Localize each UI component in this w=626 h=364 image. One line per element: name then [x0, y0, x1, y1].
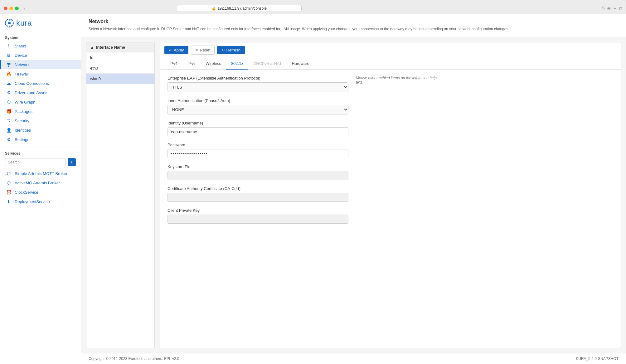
traffic-lights [4, 7, 19, 10]
sidebar-item-clock-service[interactable]: ⏰ ClockService [0, 187, 81, 197]
interface-row-eth0[interactable]: eth0 [86, 63, 154, 74]
share-icon[interactable]: ⎙ [602, 6, 604, 11]
address-bar[interactable]: 🔒 192.168.11.97/admin/console [177, 5, 302, 12]
tab-wireless[interactable]: Wireless [201, 58, 226, 70]
kura-brand-name: kura [16, 19, 32, 27]
security-icon: 🛡 [6, 118, 12, 123]
tabs-row: IPv4 IPv6 Wireless 802.1x DHCPv4 & NAT H… [160, 58, 621, 70]
status-icon: ! [6, 43, 12, 48]
apply-button[interactable]: ✓ Apply [164, 46, 188, 54]
eap-select[interactable]: TTLS PEAP TLS [167, 82, 348, 92]
page-title: Network [89, 19, 619, 24]
interface-name: wlan0 [90, 76, 101, 81]
password-input[interactable] [167, 149, 348, 158]
apply-icon: ✓ [169, 48, 172, 52]
sort-icon: ▲ [90, 45, 94, 50]
svg-line-6 [7, 20, 8, 22]
interface-name: lo [90, 55, 93, 60]
back-icon[interactable]: ‹ [24, 6, 25, 11]
identity-input[interactable] [167, 127, 348, 136]
browser-nav[interactable]: ‹ [24, 6, 25, 11]
form-group-identity: Identity (Username) [167, 121, 348, 136]
sidebar-item-packages[interactable]: 🎁 Packages [0, 107, 81, 116]
config-toolbar: ✓ Apply ✕ Reset ↻ Refresh [160, 42, 621, 58]
tab-hardware[interactable]: Hardware [287, 58, 314, 70]
form-group-keystore-pid: Keystore Pid [167, 164, 348, 180]
reset-button[interactable]: ✕ Reset [191, 46, 215, 55]
reset-label: Reset [200, 48, 211, 52]
identity-label: Identity (Username) [167, 121, 348, 125]
refresh-button[interactable]: ↻ Refresh [217, 46, 245, 54]
address-text: 192.168.11.97/admin/console [217, 6, 266, 11]
sidebar-item-label: Wire Graph [15, 100, 35, 104]
reset-icon: ✕ [195, 48, 198, 52]
sidebar-item-drivers-assets[interactable]: ⚙ Drivers and Assets [0, 88, 81, 97]
services-section-label: Services [0, 149, 81, 157]
sidebar-item-firewall[interactable]: 🔥 Firewall [0, 69, 81, 79]
svg-line-9 [7, 25, 8, 26]
system-section-label: System [0, 34, 81, 41]
firewall-icon: 🔥 [6, 71, 12, 76]
extensions-icon[interactable]: ⊕ [607, 6, 611, 11]
tab-ipv4[interactable]: IPv4 [164, 58, 182, 70]
ca-cert-input[interactable] [167, 193, 348, 202]
packages-icon: 🎁 [6, 109, 12, 114]
add-service-button[interactable]: + [68, 158, 76, 166]
deployment-icon: ⬇ [6, 199, 12, 204]
sidebar-item-status[interactable]: ! Status [0, 41, 81, 51]
ca-cert-label: Certificate Authority Certificate (CA-Ce… [167, 186, 348, 191]
activemq-icon: ⬡ [6, 180, 12, 185]
simple-artemis-icon: ⬡ [6, 171, 12, 176]
interface-header-label: Interface Name [96, 45, 125, 50]
sidebar-item-activemq-artemis[interactable]: ⬡ ActiveMQ Artemis Broker [0, 178, 81, 187]
svg-line-8 [11, 20, 12, 22]
interface-row-wlan0[interactable]: wlan0 [86, 74, 154, 84]
sidebar-item-label: Packages [15, 109, 32, 114]
drivers-icon: ⚙ [6, 90, 12, 95]
interface-panel: ▲ Interface Name lo eth0 wlan0 [86, 42, 155, 348]
form-group-inner-auth: Inner Authentication (Phase2 Auth) NONE … [167, 98, 348, 114]
sidebar-item-label: Cloud Connections [15, 81, 49, 86]
main-content: Network Select a Network Interface and c… [81, 14, 626, 364]
tab-dhcpv4-nat: DHCPv4 & NAT [248, 58, 287, 70]
interface-row-lo[interactable]: lo [86, 52, 154, 63]
client-private-key-input[interactable] [167, 215, 348, 224]
footer: Copyright © 2011-2023 Eurotech and other… [81, 353, 626, 364]
add-tab-icon[interactable]: + [614, 6, 616, 11]
interface-header: ▲ Interface Name [86, 42, 154, 52]
services-search-input[interactable] [5, 158, 66, 166]
sidebar-item-identities[interactable]: 👤 Identities [0, 125, 81, 135]
sidebar-item-cloud-connections[interactable]: ☁ Cloud Connections [0, 79, 81, 88]
sidebar-item-settings[interactable]: ⚙ Settings [0, 135, 81, 144]
sidebar-item-simple-artemis-mqtt[interactable]: ⬡ Simple Artemis MQTT Broker [0, 169, 81, 178]
maximize-button[interactable] [15, 7, 19, 10]
form-area: Enterprise EAP (Extensible Authenticatio… [160, 70, 621, 348]
sidebar-item-network[interactable]: Network [0, 60, 81, 69]
inner-auth-select[interactable]: NONE PAP CHAP MSCHAP MSCHAPv2 [167, 105, 348, 114]
wire-graph-icon: ⬡ [6, 99, 12, 104]
minimize-button[interactable] [9, 7, 13, 10]
tabs-icon[interactable]: ⧉ [619, 6, 622, 11]
sidebar-item-deployment-service[interactable]: ⬇ DeploymentService [0, 197, 81, 206]
svg-line-7 [11, 25, 12, 26]
app-window: kura System ! Status 🖥 Device [0, 14, 626, 364]
sidebar-item-security[interactable]: 🛡 Security [0, 116, 81, 125]
form-fields: Enterprise EAP (Extensible Authenticatio… [167, 76, 348, 342]
keystore-pid-label: Keystore Pid [167, 164, 348, 169]
app-body: kura System ! Status 🖥 Device [0, 14, 626, 364]
sidebar-item-label: Network [15, 62, 30, 67]
close-button[interactable] [4, 7, 7, 10]
sidebar-item-wire-graph[interactable]: ⬡ Wire Graph [0, 97, 81, 107]
form-group-eap: Enterprise EAP (Extensible Authenticatio… [167, 76, 348, 92]
sidebar-item-device[interactable]: 🖥 Device [0, 51, 81, 60]
form-group-ca-cert: Certificate Authority Certificate (CA-Ce… [167, 186, 348, 202]
keystore-pid-input[interactable] [167, 171, 348, 180]
sidebar-item-label: Status [15, 44, 26, 48]
sidebar-item-label: DeploymentService [15, 199, 50, 204]
form-help-text: Mouse over enabled items on the left to … [356, 76, 443, 342]
tab-8021x[interactable]: 802.1x [226, 58, 248, 70]
tab-ipv6[interactable]: IPv6 [182, 58, 201, 70]
page-header: Network Select a Network Interface and c… [81, 14, 626, 37]
services-search-row: + [0, 157, 81, 169]
form-group-client-private-key: Client Private Key [167, 208, 348, 224]
